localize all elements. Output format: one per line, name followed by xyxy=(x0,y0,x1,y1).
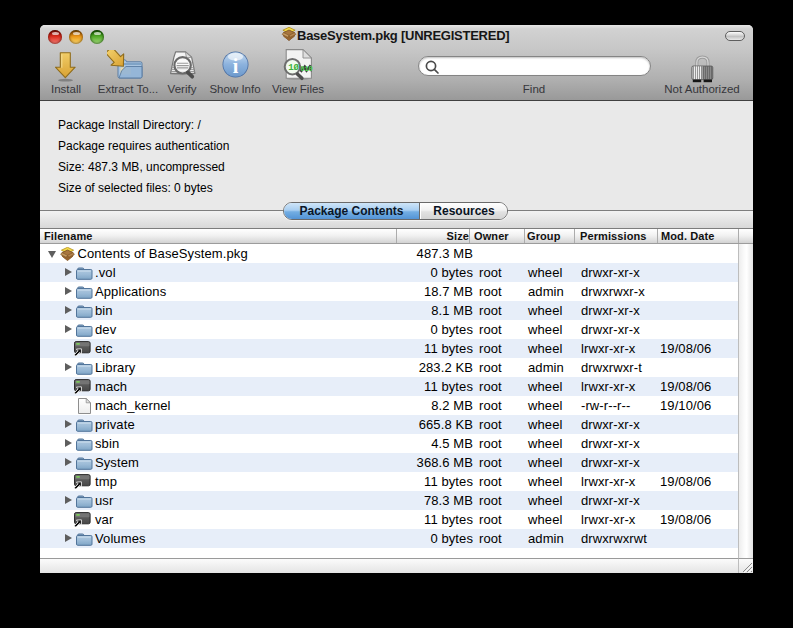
svg-text:1Ø: 1Ø xyxy=(288,63,299,73)
svg-text:i: i xyxy=(233,55,239,77)
svg-text:010: 010 xyxy=(300,65,313,73)
